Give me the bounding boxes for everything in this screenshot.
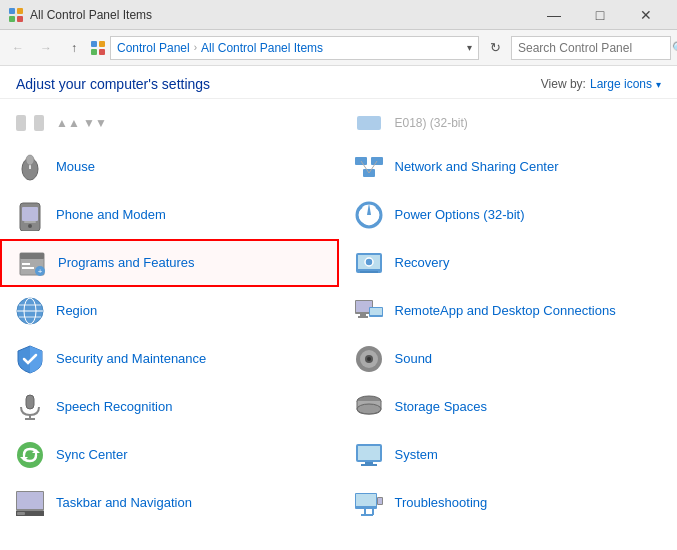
partial-label-right: E018) (32-bit): [395, 116, 468, 130]
refresh-button[interactable]: ↻: [483, 36, 507, 60]
phone-icon: [14, 199, 46, 231]
item-recovery[interactable]: Recovery: [339, 239, 678, 287]
item-sync-label: Sync Center: [56, 447, 128, 464]
breadcrumb-all-cp[interactable]: All Control Panel Items: [201, 41, 323, 55]
item-programs[interactable]: + Programs and Features: [0, 239, 339, 287]
item-phone[interactable]: Phone and Modem: [0, 191, 339, 239]
recovery-icon: [353, 247, 385, 279]
item-security-label: Security and Maintenance: [56, 351, 206, 368]
breadcrumb-sep1: ›: [194, 42, 197, 53]
item-sync[interactable]: Sync Center: [0, 431, 339, 479]
titlebar-controls: — □ ✕: [531, 0, 669, 30]
item-system-label: System: [395, 447, 438, 464]
item-network-label: Network and Sharing Center: [395, 159, 559, 176]
svg-rect-49: [26, 395, 34, 409]
item-speech[interactable]: Speech Recognition: [0, 383, 339, 431]
power-icon: [353, 199, 385, 231]
security-icon: [14, 343, 46, 375]
speech-icon: [14, 391, 46, 423]
svg-rect-0: [9, 8, 15, 14]
svg-rect-26: [22, 263, 30, 265]
viewby-value[interactable]: Large icons: [590, 77, 652, 91]
svg-rect-3: [17, 16, 23, 22]
maximize-button[interactable]: □: [577, 0, 623, 30]
svg-point-13: [26, 155, 34, 165]
sound-icon: [353, 343, 385, 375]
troubleshoot-icon: [353, 487, 385, 519]
partial-icon-left: [14, 107, 46, 139]
item-security[interactable]: Security and Maintenance: [0, 335, 339, 383]
search-icon: 🔍: [672, 41, 677, 55]
breadcrumb-dropdown-icon[interactable]: ▾: [467, 42, 472, 53]
svg-rect-25: [20, 253, 44, 259]
titlebar: All Control Panel Items — □ ✕: [0, 0, 677, 30]
svg-point-53: [357, 404, 381, 414]
svg-point-21: [28, 224, 32, 228]
item-speech-label: Speech Recognition: [56, 399, 172, 416]
main-panel: Adjust your computer's settings View by:…: [0, 66, 677, 550]
forward-button[interactable]: →: [34, 36, 58, 60]
header-bar: Adjust your computer's settings View by:…: [0, 66, 677, 99]
svg-rect-1: [17, 8, 23, 14]
item-storage[interactable]: Storage Spaces: [339, 383, 678, 431]
item-storage-label: Storage Spaces: [395, 399, 488, 416]
svg-rect-32: [360, 271, 378, 273]
item-recovery-label: Recovery: [395, 255, 450, 272]
up-button[interactable]: ↑: [62, 36, 86, 60]
svg-text:+: +: [38, 267, 43, 276]
svg-rect-41: [360, 314, 366, 316]
viewby-control: View by: Large icons ▾: [541, 77, 661, 91]
minimize-button[interactable]: —: [531, 0, 577, 30]
svg-rect-27: [22, 267, 34, 269]
programs-icon: +: [16, 247, 48, 279]
item-region-label: Region: [56, 303, 97, 320]
page-title: Adjust your computer's settings: [16, 76, 210, 92]
addressbar: ← → ↑ Control Panel › All Control Panel …: [0, 30, 677, 66]
item-troubleshoot[interactable]: Troubleshooting: [339, 479, 678, 527]
svg-point-33: [365, 258, 373, 266]
system-icon: [353, 439, 385, 471]
svg-rect-20: [22, 207, 38, 221]
item-network[interactable]: Network and Sharing Center: [339, 143, 678, 191]
svg-rect-64: [17, 512, 25, 515]
breadcrumb-bar[interactable]: Control Panel › All Control Panel Items …: [110, 36, 479, 60]
item-taskbar-label: Taskbar and Navigation: [56, 495, 192, 512]
item-mouse[interactable]: Mouse: [0, 143, 339, 191]
svg-rect-59: [365, 462, 373, 464]
viewby-label: View by:: [541, 77, 586, 91]
item-system[interactable]: System: [339, 431, 678, 479]
breadcrumb-cp[interactable]: Control Panel: [117, 41, 190, 55]
svg-rect-62: [17, 492, 43, 509]
remoteapp-icon: [353, 295, 385, 327]
items-grid: Mouse Network and Sharing Center: [0, 143, 677, 527]
item-troubleshoot-label: Troubleshooting: [395, 495, 488, 512]
taskbar-icon: [14, 487, 46, 519]
item-power-label: Power Options (32-bit): [395, 207, 525, 224]
viewby-dropdown-icon[interactable]: ▾: [656, 79, 661, 90]
svg-rect-66: [356, 494, 376, 506]
item-remoteapp[interactable]: RemoteApp and Desktop Connections: [339, 287, 678, 335]
partial-icon-right: [353, 107, 385, 139]
search-input[interactable]: [518, 41, 668, 55]
svg-rect-22: [24, 221, 36, 223]
item-remoteapp-label: RemoteApp and Desktop Connections: [395, 303, 616, 320]
item-taskbar[interactable]: Taskbar and Navigation: [0, 479, 339, 527]
region-icon: [14, 295, 46, 327]
svg-rect-8: [16, 115, 26, 131]
partial-label-left: ▲▲ ▼▼: [56, 116, 107, 130]
svg-point-54: [17, 442, 43, 468]
item-power[interactable]: Power Options (32-bit): [339, 191, 678, 239]
item-mouse-label: Mouse: [56, 159, 95, 176]
svg-rect-58: [358, 446, 380, 460]
back-button[interactable]: ←: [6, 36, 30, 60]
item-region[interactable]: Region: [0, 287, 339, 335]
storage-icon: [353, 391, 385, 423]
item-sound[interactable]: Sound: [339, 335, 678, 383]
svg-rect-44: [370, 308, 382, 315]
close-button[interactable]: ✕: [623, 0, 669, 30]
network-icon: [353, 151, 385, 183]
svg-rect-60: [361, 464, 377, 466]
svg-point-48: [367, 357, 371, 361]
svg-rect-10: [357, 116, 381, 130]
titlebar-left: All Control Panel Items: [8, 7, 152, 23]
